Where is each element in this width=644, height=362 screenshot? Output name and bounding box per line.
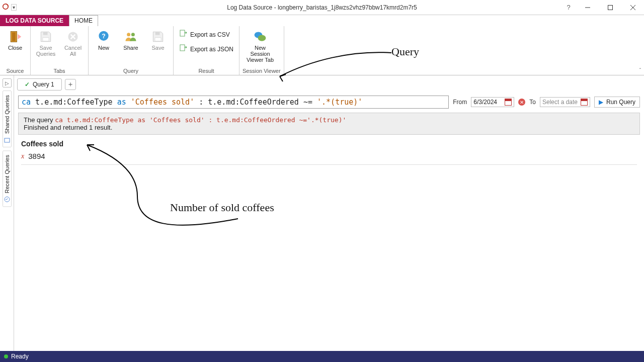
svg-text:?: ? (102, 33, 105, 40)
side-rails: ▷ Shared Queries Recent Queries (0, 75, 14, 351)
clock-icon (4, 196, 10, 202)
shared-queries-rail[interactable]: Shared Queries (3, 90, 12, 147)
ribbon-tab-logdatasource[interactable]: LOG DATA SOURCE (0, 15, 69, 26)
query-input[interactable]: ca t.e.md:CoffeeType as 'Coffees sold' :… (18, 96, 449, 109)
close-label: Close (8, 45, 22, 51)
people-icon (124, 30, 138, 44)
run-query-button[interactable]: ▶ Run Query (594, 97, 640, 108)
cancel-all-label: Cancel All (64, 45, 82, 57)
svg-rect-20 (5, 138, 10, 142)
share-label: Share (123, 45, 138, 51)
status-bar: Ready (0, 351, 644, 362)
save-label: Save (151, 45, 164, 51)
calendar-icon (581, 99, 588, 106)
play-icon: ▶ (599, 99, 603, 106)
result-value: 3894 (28, 152, 45, 160)
svg-rect-17 (180, 45, 185, 51)
annotation-arrow-to-result (72, 136, 248, 236)
check-icon: ✓ (25, 81, 30, 88)
ribbon-tab-home[interactable]: HOME (69, 15, 98, 26)
query-tab-1-label: Query 1 (33, 81, 54, 88)
to-label: To (529, 99, 536, 106)
cancel-icon (66, 30, 80, 44)
group-result-label: Result (177, 67, 236, 74)
export-json-button[interactable]: Export as JSON (177, 43, 236, 55)
save-query-button[interactable]: Save (146, 28, 170, 52)
floppy-icon (39, 30, 53, 44)
svg-point-19 (258, 35, 266, 41)
from-label: From (453, 99, 467, 106)
help-button[interactable]: ? (561, 0, 576, 15)
recent-queries-rail[interactable]: Recent Queries (3, 150, 12, 207)
export-csv-label: Export as CSV (190, 31, 230, 38)
status-dot-icon (4, 354, 8, 358)
svg-point-13 (131, 33, 135, 36)
calendar-icon (505, 99, 512, 106)
svg-point-12 (127, 33, 130, 36)
titlebar: ▾ Log Data Source - longberry_baristas_1… (0, 0, 644, 15)
row-marker-icon: x (21, 152, 24, 160)
shared-queries-label: Shared Queries (4, 95, 10, 134)
ribbon-tabs: LOG DATA SOURCE HOME (0, 15, 644, 26)
new-query-button[interactable]: ? New (92, 28, 116, 52)
svg-rect-6 (12, 32, 16, 41)
door-exit-icon (8, 30, 22, 44)
status-ready-label: Ready (11, 353, 29, 360)
close-button[interactable] (621, 0, 644, 15)
svg-rect-14 (155, 32, 160, 35)
new-label: New (98, 45, 109, 51)
from-date-picker[interactable]: 6/3/2024 (471, 97, 514, 107)
minimize-button[interactable] (576, 0, 599, 15)
chat-bubbles-icon (253, 30, 267, 44)
export-json-label: Export as JSON (190, 46, 233, 53)
save-queries-button[interactable]: Save Queries (34, 28, 58, 58)
floppy-icon (151, 30, 165, 44)
clear-from-date-button[interactable]: ✕ (518, 99, 525, 106)
share-query-button[interactable]: Share (119, 28, 143, 52)
export-icon (179, 44, 187, 54)
maximize-button[interactable] (599, 0, 621, 15)
status-query-echo: ca t.e.md:CoffeeType as 'Coffees sold' :… (55, 116, 346, 124)
query-row: ca t.e.md:CoffeeType as 'Coffees sold' :… (14, 90, 644, 113)
add-tab-button[interactable]: ＋ (65, 79, 76, 90)
query-status-panel: The query ca t.e.md:CoffeeType as 'Coffe… (18, 113, 640, 135)
app-icon (2, 3, 9, 12)
svg-rect-2 (608, 5, 612, 10)
document-icon (4, 137, 10, 143)
recent-queries-label: Recent Queries (4, 155, 10, 193)
svg-rect-8 (43, 38, 49, 41)
close-source-button[interactable]: Close (3, 28, 27, 52)
annotation-arrow-to-query (271, 45, 401, 85)
expand-rail-button[interactable]: ▷ (3, 78, 12, 87)
from-date-value: 6/3/2024 (473, 99, 503, 106)
query-tab-1[interactable]: ✓ Query 1 (17, 78, 62, 90)
status-result-line: Finished and returned 1 result. (24, 124, 634, 131)
group-query-label: Query (92, 67, 170, 74)
svg-rect-15 (155, 38, 161, 41)
group-source-label: Source (3, 67, 27, 74)
to-date-picker[interactable]: Select a date (540, 97, 590, 107)
export-icon (179, 30, 187, 39)
group-tabs-label: Tabs (34, 67, 85, 74)
collapse-ribbon-icon[interactable]: ˆ (639, 68, 641, 73)
status-prefix: The query (24, 116, 55, 124)
qat-dropdown-icon[interactable]: ▾ (11, 4, 17, 11)
question-bubble-icon: ? (97, 30, 111, 44)
cancel-all-button[interactable]: Cancel All (61, 28, 85, 58)
to-date-placeholder: Select a date (542, 99, 579, 106)
save-queries-label: Save Queries (36, 45, 56, 57)
run-query-label: Run Query (606, 99, 635, 106)
svg-rect-16 (180, 30, 185, 36)
export-csv-button[interactable]: Export as CSV (177, 28, 236, 41)
window-title: Log Data Source - longberry_baristas_1j8… (0, 4, 644, 11)
svg-rect-7 (43, 32, 48, 35)
